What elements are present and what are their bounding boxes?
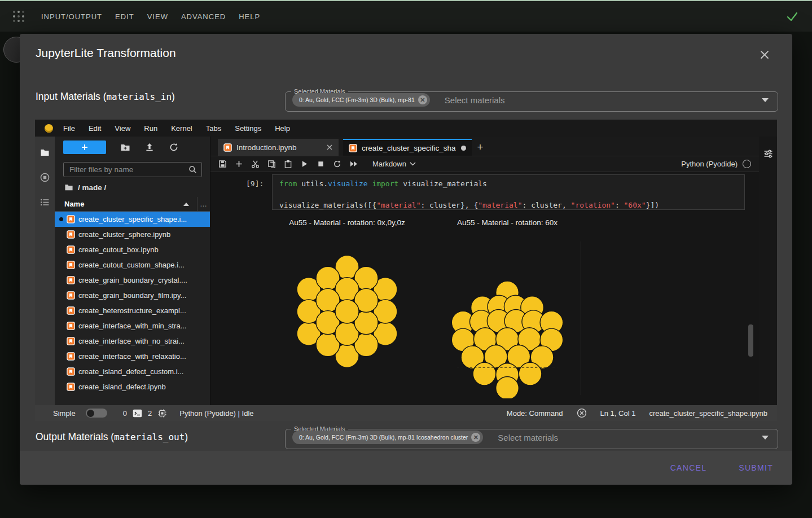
app-menu-item[interactable]: EDIT — [115, 10, 134, 23]
jupyter-menu-item[interactable]: Edit — [82, 124, 108, 133]
file-list-header[interactable]: Name … — [55, 197, 210, 212]
file-name: create_interface_with_min_stra... — [78, 322, 186, 330]
restart-kernel-icon[interactable] — [333, 160, 341, 168]
notebook-file-icon — [67, 367, 75, 376]
file-list-item[interactable]: create_cluster_specific_shape.i... — [55, 212, 210, 227]
cell-type-select[interactable]: Markdown — [372, 160, 416, 168]
au55-cluster-plot-left[interactable] — [288, 252, 406, 371]
jupyter-menu-item[interactable]: View — [108, 124, 137, 133]
stop-icon[interactable] — [317, 160, 325, 168]
file-filter-input[interactable] — [68, 165, 188, 174]
copy-icon[interactable] — [267, 160, 276, 168]
app-menu-item[interactable]: ADVANCED — [181, 10, 226, 23]
file-list-item[interactable]: create_grain_boundary_crystal.... — [55, 273, 210, 288]
run-icon[interactable] — [300, 160, 309, 168]
refresh-icon[interactable] — [169, 142, 179, 152]
jupyter-menu-item[interactable]: File — [56, 124, 82, 133]
insert-cell-icon[interactable] — [235, 160, 243, 168]
paste-icon[interactable] — [284, 160, 292, 168]
notebook-file-icon — [67, 322, 75, 330]
trust-shield-icon[interactable] — [577, 408, 587, 418]
jupyter-menu-item[interactable]: Kernel — [164, 124, 199, 133]
restart-run-all-icon[interactable] — [349, 160, 358, 168]
file-list-item[interactable]: create_interface_with_relaxatio... — [55, 349, 210, 364]
input-materials-select[interactable]: Selected Materials 0: Au, Gold, FCC (Fm-… — [285, 88, 778, 112]
submit-button[interactable]: SUBMIT — [735, 463, 776, 473]
header-more-icon[interactable]: … — [197, 200, 210, 208]
unsaved-changes-dot[interactable] — [461, 146, 466, 151]
table-of-contents-icon[interactable] — [40, 197, 50, 207]
notebook-content: [9]: from utils.visualize import visuali… — [210, 172, 759, 405]
jupyter-menu-item[interactable]: Tabs — [199, 124, 228, 133]
close-icon[interactable] — [760, 50, 770, 60]
file-browser-icon[interactable] — [40, 148, 50, 157]
tab-introduction[interactable]: Introduction.ipynb — [218, 139, 339, 156]
output-divider — [581, 242, 581, 395]
save-icon[interactable] — [218, 160, 227, 168]
execution-count: [9]: — [246, 179, 264, 188]
breadcrumb[interactable]: / made / — [55, 183, 210, 192]
file-list-item[interactable]: create_cluster_sphere.ipynb — [55, 227, 210, 242]
cancel-button[interactable]: CANCEL — [667, 463, 710, 473]
file-name: create_heterostructure_exampl... — [78, 306, 186, 315]
code-editor[interactable]: from utils.visualize import visualize_ma… — [273, 175, 744, 214]
file-dot-slot — [59, 293, 63, 297]
file-list-item[interactable]: create_cutout_custom_shape.i... — [55, 257, 210, 273]
file-list-item[interactable]: create_heterostructure_exampl... — [55, 303, 210, 318]
home-folder-icon[interactable] — [64, 183, 73, 192]
tab-create-cluster-specific-shape[interactable]: create_cluster_specific_sha — [343, 139, 472, 156]
file-list-item[interactable]: create_grain_boundary_film.ipy... — [55, 288, 210, 303]
file-dot-slot — [59, 309, 63, 313]
new-folder-icon[interactable] — [120, 142, 130, 152]
output-materials-label: Output Materials (materials_out) — [36, 431, 188, 443]
notebook-scrollbar[interactable] — [748, 324, 753, 357]
new-launcher-button[interactable] — [63, 141, 106, 154]
dropdown-caret-icon[interactable] — [762, 436, 769, 440]
terminal-count[interactable]: 0 — [123, 409, 127, 418]
jupyter-menu-item[interactable]: Run — [137, 124, 164, 133]
dropdown-caret-icon[interactable] — [762, 98, 769, 102]
running-sessions-icon[interactable] — [40, 173, 50, 182]
file-list-item[interactable]: create_island_defect.ipynb — [55, 379, 210, 394]
sort-ascending-icon[interactable] — [183, 203, 189, 206]
kernel-count[interactable]: 2 — [148, 409, 152, 418]
jupyter-menu-item[interactable]: Settings — [228, 124, 268, 133]
kernel-status-text[interactable]: Python (Pyodide) | Idle — [179, 409, 253, 418]
chip-remove-icon[interactable]: ✕ — [418, 95, 427, 104]
input-material-chip[interactable]: 0: Au, Gold, FCC (Fm-3m) 3D (Bulk), mp-8… — [292, 93, 430, 107]
statusbar-filename[interactable]: create_cluster_specific_shape.ipynb — [649, 409, 767, 418]
tab-bar: Introduction.ipynb create_cluster_specif… — [210, 137, 759, 156]
file-list-item[interactable]: create_island_defect_custom.i... — [55, 364, 210, 379]
kernel-name[interactable]: Python (Pyodide) — [681, 160, 751, 168]
mode-indicator[interactable]: Mode: Command — [507, 409, 563, 418]
app-logo-dots-icon[interactable] — [11, 9, 26, 24]
file-list-item[interactable]: create_interface_with_no_strai... — [55, 333, 210, 349]
cut-icon[interactable] — [251, 160, 260, 168]
app-menu-item[interactable]: INPUT/OUTPUT — [41, 10, 102, 23]
chip-remove-icon[interactable]: ✕ — [471, 433, 480, 442]
activity-bar — [35, 137, 55, 405]
file-browser: / made / Name … create_cluster_specific_… — [55, 137, 210, 405]
file-list-item[interactable]: create_cutout_box.ipynb — [55, 242, 210, 257]
app-menu-item[interactable]: VIEW — [147, 10, 168, 23]
app-menu-item[interactable]: HELP — [239, 10, 260, 23]
code-cell[interactable]: from utils.visualize import visualize_ma… — [272, 174, 745, 210]
cursor-position[interactable]: Ln 1, Col 1 — [600, 409, 636, 418]
settings-sliders-icon[interactable] — [763, 149, 773, 159]
simple-mode-toggle[interactable] — [86, 409, 107, 418]
add-tab-button[interactable]: + — [472, 139, 489, 156]
tab-close-icon[interactable] — [326, 144, 333, 151]
au55-cluster-plot-right[interactable] — [448, 280, 567, 398]
file-filter-box[interactable] — [63, 162, 202, 177]
output-material-chip[interactable]: 0: Au, Gold, FCC (Fm-3m) 3D (Bulk), mp-8… — [292, 431, 483, 444]
file-list-item[interactable]: create_interface_with_min_stra... — [55, 318, 210, 333]
input-select-placeholder: Select materials — [445, 95, 505, 105]
check-icon[interactable] — [785, 9, 800, 24]
jupyter-menu-item[interactable]: Help — [268, 124, 297, 133]
file-name: create_cutout_custom_shape.i... — [78, 261, 185, 269]
breadcrumb-path[interactable]: / made / — [78, 183, 106, 192]
output-materials-select[interactable]: Selected Materials 0: Au, Gold, FCC (Fm-… — [285, 425, 778, 449]
file-name: create_island_defect_custom.i... — [78, 367, 183, 376]
cell-outputs: Au55 - Material - rotation: 0x,0y,0z Au5… — [210, 214, 745, 403]
upload-icon[interactable] — [144, 142, 155, 152]
